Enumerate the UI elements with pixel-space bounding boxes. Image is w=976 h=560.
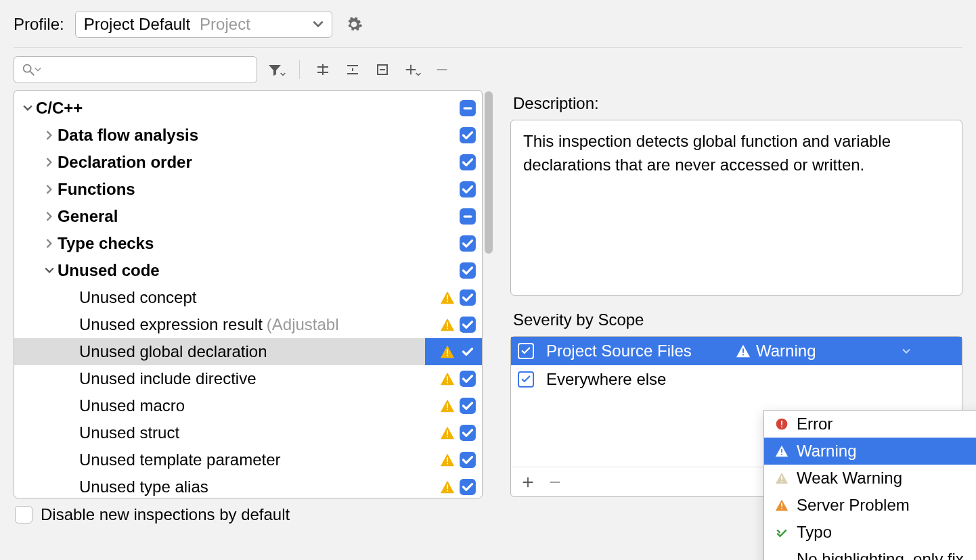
tree-row[interactable]: General <box>14 203 482 230</box>
dropdown-label: Server Problem <box>797 496 910 515</box>
dropdown-item[interactable]: Weak Warning <box>764 465 976 492</box>
checkbox-icon[interactable] <box>459 126 476 144</box>
search-input[interactable] <box>14 56 257 83</box>
dropdown-label: No highlighting, only fix <box>797 550 964 560</box>
dropdown-item[interactable]: Typo <box>764 519 976 546</box>
tree-row[interactable]: Unused code <box>14 257 482 284</box>
chevron-right-icon[interactable] <box>41 158 58 167</box>
minus-icon[interactable] <box>431 59 453 80</box>
warning-icon <box>775 444 789 458</box>
chevron-down-icon[interactable] <box>902 348 910 354</box>
checkbox-icon[interactable] <box>459 370 476 388</box>
tree-label: General <box>58 207 118 226</box>
checkbox-icon[interactable] <box>459 99 476 117</box>
disable-label: Disable new inspections by default <box>41 505 290 524</box>
tree-row[interactable]: Functions <box>14 176 482 203</box>
checkbox-icon[interactable] <box>459 181 476 198</box>
server-icon <box>775 498 789 512</box>
description-text: This inspection detects global function … <box>510 120 962 296</box>
checkbox-icon[interactable] <box>459 316 476 333</box>
checkbox-icon[interactable] <box>459 343 476 360</box>
reset-icon[interactable] <box>372 59 393 80</box>
search-icon <box>21 62 36 77</box>
tree-row[interactable]: Unused macro <box>14 392 482 419</box>
chevron-right-icon[interactable] <box>41 212 58 221</box>
tree-label: Unused template parameter <box>79 450 281 469</box>
dropdown-item[interactable]: No highlighting, only fix <box>764 546 976 560</box>
typo-icon <box>775 526 789 539</box>
checkbox-icon[interactable] <box>459 154 476 171</box>
scope-name: Project Source Files <box>546 342 736 360</box>
severity-row[interactable]: Project Source Files Warning <box>511 337 962 365</box>
gear-icon[interactable] <box>343 14 365 35</box>
dropdown-label: Typo <box>797 523 832 542</box>
description-label: Description: <box>513 94 962 113</box>
tree-label: Data flow analysis <box>58 126 198 145</box>
weak-icon <box>775 471 789 485</box>
checkbox-icon[interactable] <box>459 451 476 469</box>
tree-row[interactable]: Type checks <box>14 230 482 257</box>
add-scope-icon[interactable] <box>520 475 535 490</box>
dropdown-item[interactable]: Warning <box>764 438 976 465</box>
checkbox-icon[interactable] <box>459 397 476 415</box>
tree-row[interactable]: Unused template parameter <box>14 446 482 473</box>
plus-icon[interactable] <box>401 59 423 80</box>
tree-label: Functions <box>58 180 135 199</box>
severity-label: Severity by Scope <box>513 310 962 329</box>
profile-selected: Project Default <box>84 15 190 34</box>
dropdown-label: Weak Warning <box>797 469 902 488</box>
checkbox-icon[interactable] <box>459 289 476 306</box>
remove-scope-icon[interactable] <box>548 475 562 490</box>
warning-icon <box>440 290 455 305</box>
checkbox-icon[interactable] <box>459 424 476 442</box>
dropdown-item[interactable]: Error <box>764 411 976 438</box>
dropdown-label: Error <box>797 415 833 434</box>
checkbox-icon[interactable] <box>459 262 476 279</box>
tree-row[interactable]: Unused global declaration <box>14 338 482 365</box>
tree-suffix: (Adjustabl <box>267 315 339 334</box>
scrollbar[interactable] <box>483 90 495 498</box>
filter-icon[interactable] <box>265 59 287 80</box>
chevron-right-icon[interactable] <box>41 239 58 248</box>
tree-label: Declaration order <box>58 153 192 172</box>
tree-label: Unused macro <box>79 396 185 415</box>
tree-label: Unused expression result <box>79 315 263 334</box>
search-field[interactable] <box>47 61 250 78</box>
severity-value: Warning <box>756 342 816 360</box>
dropdown-label: Warning <box>797 442 856 461</box>
tree-row[interactable]: C/C++ <box>14 95 482 122</box>
severity-row[interactable]: Everywhere else <box>511 365 962 394</box>
tree-row[interactable]: Declaration order <box>14 149 482 176</box>
tree-row[interactable]: Data flow analysis <box>14 122 482 149</box>
severity-dropdown[interactable]: ErrorWarningWeak WarningServer ProblemTy… <box>763 410 976 560</box>
checkbox-icon[interactable] <box>459 478 476 496</box>
disable-checkbox[interactable] <box>15 506 32 523</box>
checkbox-icon[interactable] <box>518 371 534 388</box>
scrollbar-thumb[interactable] <box>485 91 493 254</box>
tree-row[interactable]: Unused type alias <box>14 473 482 498</box>
chevron-right-icon[interactable] <box>41 185 58 194</box>
warning-icon <box>440 452 455 467</box>
chevron-down-icon[interactable] <box>20 105 36 112</box>
checkbox-icon[interactable] <box>459 235 476 252</box>
tree-label: Unused type alias <box>79 477 208 496</box>
tree-label: Unused concept <box>79 288 196 307</box>
checkbox-icon[interactable] <box>459 208 476 225</box>
checkbox-icon[interactable] <box>518 343 534 359</box>
tree-label: Unused include directive <box>79 369 256 388</box>
profile-select[interactable]: Project Default Project <box>75 11 332 38</box>
warning-icon <box>440 344 455 359</box>
tree-label: Type checks <box>58 234 154 253</box>
inspection-tree[interactable]: C/C++ Data flow analysis Declaration ord… <box>14 91 482 498</box>
tree-row[interactable]: Unused include directive <box>14 365 482 392</box>
collapse-all-icon[interactable] <box>342 59 363 80</box>
expand-all-icon[interactable] <box>312 59 334 80</box>
warning-icon <box>440 371 455 386</box>
dropdown-item[interactable]: Server Problem <box>764 492 976 519</box>
chevron-down-icon[interactable] <box>41 267 58 274</box>
tree-row[interactable]: Unused struct <box>14 419 482 446</box>
chevron-right-icon[interactable] <box>41 131 58 140</box>
tree-row[interactable]: Unused expression result (Adjustabl <box>14 311 482 338</box>
tree-row[interactable]: Unused concept <box>14 284 482 311</box>
tree-label: Unused code <box>58 261 160 280</box>
